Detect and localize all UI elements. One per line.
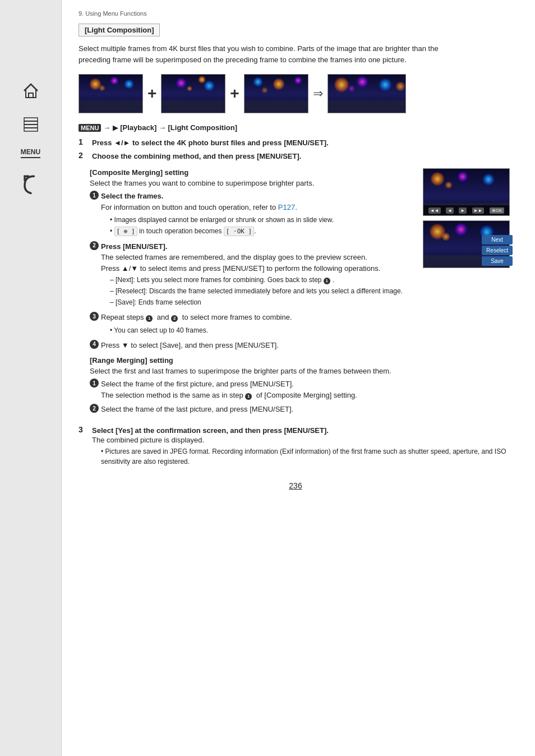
composite-merging: [Composite Merging] setting Select the f… bbox=[90, 168, 414, 351]
composite-merging-desc: Select the frames you want to combine to… bbox=[90, 179, 414, 187]
step3-bullets: You can select up to 40 frames. bbox=[110, 325, 414, 335]
menu-label[interactable]: MENU bbox=[21, 148, 40, 158]
composite-step-1: 1 Select the frames. For information on … bbox=[90, 191, 414, 238]
intro-text: Select multiple frames from 4K burst fil… bbox=[79, 43, 460, 65]
touch-code-1: [ ⊕ ] bbox=[114, 227, 137, 236]
reselect-button[interactable]: Reselect bbox=[482, 246, 513, 255]
composite-step-1-content: Select the frames. For information on bu… bbox=[101, 191, 414, 238]
menu-path: MENU → ▶ [Playback] → [Light Composition… bbox=[79, 123, 513, 132]
step-3-num: 3 bbox=[79, 425, 90, 434]
composite-step-4-content: Press ▼ to select [Save], and then press… bbox=[101, 340, 414, 351]
comp-result-image bbox=[328, 74, 406, 113]
action-buttons: Next Reselect Save bbox=[482, 235, 513, 266]
composite-step-4: 4 Press ▼ to select [Save], and then pre… bbox=[90, 340, 414, 351]
ctrl-prev: ◄◄ bbox=[428, 208, 441, 214]
circle-num-2: 2 bbox=[90, 241, 99, 250]
page-number: 236 bbox=[79, 481, 513, 490]
and-text: and bbox=[157, 313, 171, 321]
plus-icon-2: + bbox=[230, 85, 239, 103]
composite-step-1-desc: For information on button and touch oper… bbox=[101, 203, 276, 211]
step-1-num: 1 bbox=[79, 137, 90, 146]
circle-num-4: 4 bbox=[90, 340, 99, 349]
composite-step-1-title: Select the frames. bbox=[101, 192, 163, 200]
step-2-text: Choose the combining method, and then pr… bbox=[92, 151, 301, 162]
ctrl-ff: ►► bbox=[472, 208, 485, 214]
composite-step-3-text: Repeat steps bbox=[101, 313, 146, 321]
composite-merging-content: [Composite Merging] setting Select the f… bbox=[79, 168, 414, 421]
section-title: [Light Composition] bbox=[85, 26, 154, 34]
bullet-1: Images displayed cannot be enlarged or s… bbox=[110, 215, 414, 225]
composite-step-2-content: Press [MENU/SET]. The selected frames ar… bbox=[101, 241, 414, 309]
comp-image-1 bbox=[79, 74, 143, 113]
range-circle-1: 1 bbox=[90, 379, 99, 388]
breadcrumb: 9. Using Menu Functions bbox=[79, 10, 513, 17]
back-icon[interactable] bbox=[19, 172, 43, 196]
range-circle-2: 2 bbox=[90, 404, 99, 413]
dash-2: [Reselect]: Discards the frame selected … bbox=[110, 286, 414, 296]
composite-step-3-content: Repeat steps 1 and 2 to select more fram… bbox=[101, 312, 414, 336]
save-button[interactable]: Save bbox=[482, 256, 513, 266]
composite-step-3: 3 Repeat steps 1 and 2 to select more fr… bbox=[90, 312, 414, 336]
menu-path-text: → ▶ [Playback] → [Light Composition] bbox=[103, 123, 237, 132]
touch-code-2: [ ·OK ] bbox=[224, 227, 254, 236]
range-step-1: 1 Select the frame of the first picture,… bbox=[90, 379, 414, 400]
dash-3: [Save]: Ends frame selection bbox=[110, 297, 414, 307]
home-icon[interactable] bbox=[19, 79, 43, 103]
main-content: 9. Using Menu Functions [Light Compositi… bbox=[62, 0, 535, 519]
step-1: 1 Press ◄/► to select the 4K photo burst… bbox=[79, 137, 513, 149]
comp-image-2 bbox=[161, 74, 225, 113]
bullet-2: [ ⊕ ] in touch operation becomes [ ·OK ]… bbox=[110, 226, 414, 237]
step-3-final: 3 Select [Yes] at the confirmation scree… bbox=[79, 425, 513, 468]
circle-num-3: 3 bbox=[90, 312, 99, 321]
step2-dashes: [Next]: Lets you select more frames for … bbox=[110, 275, 414, 307]
range-merging-desc: Select the first and last frames to supe… bbox=[90, 367, 414, 375]
step-3-text: Select [Yes] at the confirmation screen,… bbox=[92, 426, 329, 435]
ref-circle-1b: 1 bbox=[146, 315, 153, 322]
composite-step-2-title: Press [MENU/SET]. bbox=[101, 242, 167, 251]
step-2: 2 Choose the combining method, and then … bbox=[79, 151, 513, 162]
composite-step-2-desc1: The selected frames are remembered, and … bbox=[101, 253, 367, 261]
plus-icon-1: + bbox=[147, 85, 156, 103]
next-button[interactable]: Next bbox=[482, 235, 513, 245]
comp-image-3 bbox=[244, 74, 308, 113]
step-1-text: Press ◄/► to select the 4K photo burst f… bbox=[92, 137, 329, 149]
range-step-2-content: Select the frame of the last picture, an… bbox=[101, 404, 414, 415]
range-step-2: 2 Select the frame of the last picture, … bbox=[90, 404, 414, 415]
range-merging-title: [Range Merging] setting bbox=[90, 356, 414, 365]
menu-badge: MENU bbox=[79, 124, 101, 132]
control-bar: ◄◄ ◄ ► ►► ⊕OK bbox=[423, 205, 509, 215]
ctrl-back: ◄ bbox=[446, 208, 454, 214]
ref-circle-1: 1 bbox=[324, 278, 330, 284]
composite-merging-section: [Composite Merging] setting Select the f… bbox=[79, 168, 513, 421]
range-merging: [Range Merging] setting Select the first… bbox=[90, 356, 414, 415]
step1-bullets: Images displayed cannot be enlarged or s… bbox=[110, 215, 414, 237]
menu-list-icon[interactable] bbox=[19, 112, 43, 137]
section-title-box: [Light Composition] bbox=[79, 24, 160, 36]
step-3-desc: The combined picture is displayed. bbox=[92, 436, 204, 444]
step-2-num: 2 bbox=[79, 151, 90, 160]
range-step-1-sub: The selection method is the same as in s… bbox=[101, 391, 357, 399]
ref-circle-2b: 2 bbox=[171, 315, 178, 322]
side-image-top: ◄◄ ◄ ► ►► ⊕OK bbox=[423, 168, 510, 216]
composition-row: + + ⇒ bbox=[79, 74, 513, 113]
step-3-note: Pictures are saved in JPEG format. Recor… bbox=[101, 446, 513, 467]
ctrl-fwd: ► bbox=[459, 208, 467, 214]
p127-link[interactable]: P127 bbox=[278, 203, 295, 211]
step3-bullet: You can select up to 40 frames. bbox=[110, 325, 414, 335]
ref-circle-1c: 1 bbox=[245, 393, 252, 400]
circle-num-1: 1 bbox=[90, 191, 99, 200]
steps-list: 1 Press ◄/► to select the 4K photo burst… bbox=[79, 137, 513, 162]
range-step-1-text: Select the frame of the first picture, a… bbox=[101, 380, 294, 388]
side-image-bottom-container: Next Reselect Save bbox=[423, 220, 513, 268]
ctrl-ok: ⊕OK bbox=[490, 208, 505, 214]
dash-1: [Next]: Lets you select more frames for … bbox=[110, 275, 414, 285]
arrow-icon: ⇒ bbox=[313, 86, 323, 101]
sidebar: MENU bbox=[0, 0, 62, 756]
range-step-1-content: Select the frame of the first picture, a… bbox=[101, 379, 414, 400]
step-3-content: Select [Yes] at the confirmation screen,… bbox=[92, 425, 513, 468]
step-3-notes: Pictures are saved in JPEG format. Recor… bbox=[101, 446, 513, 467]
svg-rect-0 bbox=[29, 93, 33, 98]
composite-step-2: 2 Press [MENU/SET]. The selected frames … bbox=[90, 241, 414, 309]
composite-step-2-desc2: Press ▲/▼ to select items and press [MEN… bbox=[101, 264, 380, 273]
composite-merging-title: [Composite Merging] setting bbox=[90, 168, 414, 177]
